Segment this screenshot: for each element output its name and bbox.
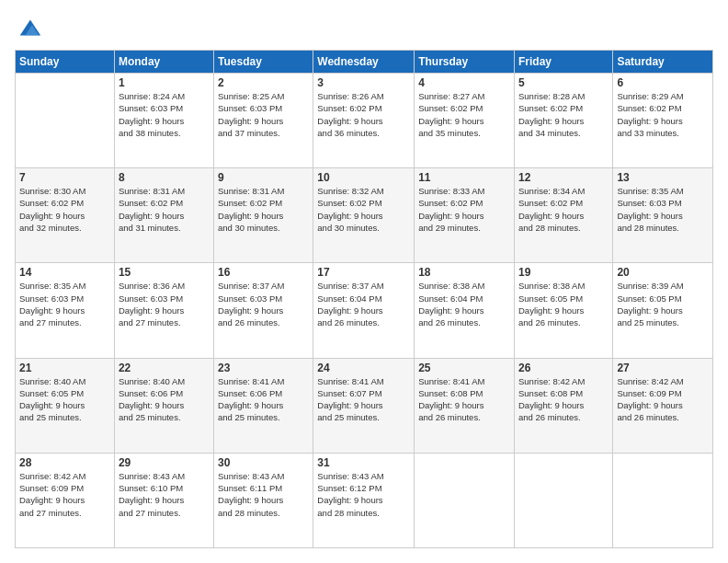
cell-info: Sunrise: 8:42 AM Sunset: 6:09 PM Dayligh… xyxy=(19,470,110,519)
calendar-cell: 15Sunrise: 8:36 AM Sunset: 6:03 PM Dayli… xyxy=(114,263,213,358)
day-number: 25 xyxy=(418,362,510,374)
calendar-cell: 23Sunrise: 8:41 AM Sunset: 6:06 PM Dayli… xyxy=(214,358,313,453)
cell-info: Sunrise: 8:31 AM Sunset: 6:02 PM Dayligh… xyxy=(119,185,210,234)
day-number: 28 xyxy=(19,456,110,469)
calendar-cell: 19Sunrise: 8:38 AM Sunset: 6:05 PM Dayli… xyxy=(514,263,612,358)
cell-info: Sunrise: 8:43 AM Sunset: 6:11 PM Dayligh… xyxy=(218,470,309,519)
cell-info: Sunrise: 8:26 AM Sunset: 6:02 PM Dayligh… xyxy=(317,90,410,139)
day-number: 30 xyxy=(218,456,309,469)
cell-info: Sunrise: 8:29 AM Sunset: 6:02 PM Dayligh… xyxy=(617,90,709,139)
weekday-header-thursday: Thursday xyxy=(415,51,515,74)
cell-info: Sunrise: 8:27 AM Sunset: 6:02 PM Dayligh… xyxy=(418,90,510,139)
day-number: 18 xyxy=(418,266,510,279)
calendar-cell: 25Sunrise: 8:41 AM Sunset: 6:08 PM Dayli… xyxy=(415,358,515,453)
calendar-cell: 7Sunrise: 8:30 AM Sunset: 6:02 PM Daylig… xyxy=(16,168,115,263)
day-number: 15 xyxy=(119,266,210,279)
calendar-cell: 22Sunrise: 8:40 AM Sunset: 6:06 PM Dayli… xyxy=(114,358,213,453)
calendar-cell xyxy=(613,453,713,547)
calendar-cell: 30Sunrise: 8:43 AM Sunset: 6:11 PM Dayli… xyxy=(214,453,313,547)
day-number: 8 xyxy=(119,171,210,184)
calendar-cell: 21Sunrise: 8:40 AM Sunset: 6:05 PM Dayli… xyxy=(16,358,115,453)
day-number: 3 xyxy=(317,76,410,89)
week-row-1: 7Sunrise: 8:30 AM Sunset: 6:02 PM Daylig… xyxy=(16,168,713,263)
cell-info: Sunrise: 8:38 AM Sunset: 6:04 PM Dayligh… xyxy=(418,280,510,328)
cell-info: Sunrise: 8:31 AM Sunset: 6:02 PM Dayligh… xyxy=(218,185,309,234)
weekday-header-wednesday: Wednesday xyxy=(313,51,415,74)
calendar-cell: 5Sunrise: 8:28 AM Sunset: 6:02 PM Daylig… xyxy=(514,74,612,168)
logo-icon xyxy=(17,15,42,40)
day-number: 21 xyxy=(19,362,110,374)
day-number: 5 xyxy=(518,76,609,89)
day-number: 1 xyxy=(119,76,210,89)
cell-info: Sunrise: 8:37 AM Sunset: 6:03 PM Dayligh… xyxy=(218,280,309,328)
weekday-header-row: SundayMondayTuesdayWednesdayThursdayFrid… xyxy=(16,51,713,74)
day-number: 29 xyxy=(119,456,210,469)
cell-info: Sunrise: 8:25 AM Sunset: 6:03 PM Dayligh… xyxy=(218,90,309,139)
day-number: 20 xyxy=(617,266,709,279)
calendar-cell: 29Sunrise: 8:43 AM Sunset: 6:10 PM Dayli… xyxy=(114,453,213,547)
day-number: 26 xyxy=(518,362,609,374)
cell-info: Sunrise: 8:34 AM Sunset: 6:02 PM Dayligh… xyxy=(518,185,609,234)
calendar-cell: 4Sunrise: 8:27 AM Sunset: 6:02 PM Daylig… xyxy=(415,74,515,168)
cell-info: Sunrise: 8:35 AM Sunset: 6:03 PM Dayligh… xyxy=(19,280,110,328)
weekday-header-monday: Monday xyxy=(114,51,213,74)
calendar-cell: 18Sunrise: 8:38 AM Sunset: 6:04 PM Dayli… xyxy=(415,263,515,358)
calendar-cell: 31Sunrise: 8:43 AM Sunset: 6:12 PM Dayli… xyxy=(313,453,415,547)
cell-info: Sunrise: 8:41 AM Sunset: 6:08 PM Dayligh… xyxy=(418,375,510,424)
weekday-header-friday: Friday xyxy=(514,51,612,74)
cell-info: Sunrise: 8:37 AM Sunset: 6:04 PM Dayligh… xyxy=(317,280,410,328)
day-number: 4 xyxy=(418,76,510,89)
page: SundayMondayTuesdayWednesdayThursdayFrid… xyxy=(0,0,728,563)
day-number: 19 xyxy=(518,266,609,279)
calendar-cell: 28Sunrise: 8:42 AM Sunset: 6:09 PM Dayli… xyxy=(16,453,115,547)
day-number: 7 xyxy=(19,171,110,184)
day-number: 9 xyxy=(218,171,309,184)
day-number: 2 xyxy=(218,76,309,89)
calendar-cell: 8Sunrise: 8:31 AM Sunset: 6:02 PM Daylig… xyxy=(114,168,213,263)
day-number: 27 xyxy=(617,362,709,374)
weekday-header-saturday: Saturday xyxy=(613,51,713,74)
day-number: 10 xyxy=(317,171,410,184)
cell-info: Sunrise: 8:36 AM Sunset: 6:03 PM Dayligh… xyxy=(119,280,210,328)
cell-info: Sunrise: 8:30 AM Sunset: 6:02 PM Dayligh… xyxy=(19,185,110,234)
cell-info: Sunrise: 8:32 AM Sunset: 6:02 PM Dayligh… xyxy=(317,185,410,234)
weekday-header-sunday: Sunday xyxy=(16,51,115,74)
calendar-cell: 11Sunrise: 8:33 AM Sunset: 6:02 PM Dayli… xyxy=(415,168,515,263)
day-number: 13 xyxy=(617,171,709,184)
calendar-cell xyxy=(415,453,515,547)
calendar-cell: 2Sunrise: 8:25 AM Sunset: 6:03 PM Daylig… xyxy=(214,74,313,168)
cell-info: Sunrise: 8:40 AM Sunset: 6:05 PM Dayligh… xyxy=(19,375,110,424)
calendar-cell xyxy=(514,453,612,547)
calendar-cell: 16Sunrise: 8:37 AM Sunset: 6:03 PM Dayli… xyxy=(214,263,313,358)
calendar-cell: 9Sunrise: 8:31 AM Sunset: 6:02 PM Daylig… xyxy=(214,168,313,263)
cell-info: Sunrise: 8:42 AM Sunset: 6:08 PM Dayligh… xyxy=(518,375,609,424)
cell-info: Sunrise: 8:40 AM Sunset: 6:06 PM Dayligh… xyxy=(119,375,210,424)
day-number: 14 xyxy=(19,266,110,279)
day-number: 12 xyxy=(518,171,609,184)
calendar-cell: 12Sunrise: 8:34 AM Sunset: 6:02 PM Dayli… xyxy=(514,168,612,263)
cell-info: Sunrise: 8:41 AM Sunset: 6:07 PM Dayligh… xyxy=(317,375,410,424)
week-row-3: 21Sunrise: 8:40 AM Sunset: 6:05 PM Dayli… xyxy=(16,358,713,453)
calendar-cell: 13Sunrise: 8:35 AM Sunset: 6:03 PM Dayli… xyxy=(613,168,713,263)
cell-info: Sunrise: 8:38 AM Sunset: 6:05 PM Dayligh… xyxy=(518,280,609,328)
calendar-cell: 20Sunrise: 8:39 AM Sunset: 6:05 PM Dayli… xyxy=(613,263,713,358)
day-number: 6 xyxy=(617,76,709,89)
cell-info: Sunrise: 8:28 AM Sunset: 6:02 PM Dayligh… xyxy=(518,90,609,139)
calendar-table: SundayMondayTuesdayWednesdayThursdayFrid… xyxy=(15,50,713,548)
cell-info: Sunrise: 8:35 AM Sunset: 6:03 PM Dayligh… xyxy=(617,185,709,234)
calendar-cell: 17Sunrise: 8:37 AM Sunset: 6:04 PM Dayli… xyxy=(313,263,415,358)
calendar-cell xyxy=(16,74,115,168)
calendar-cell: 1Sunrise: 8:24 AM Sunset: 6:03 PM Daylig… xyxy=(114,74,213,168)
cell-info: Sunrise: 8:43 AM Sunset: 6:12 PM Dayligh… xyxy=(317,470,410,519)
day-number: 23 xyxy=(218,362,309,374)
day-number: 31 xyxy=(317,456,410,469)
calendar-cell: 10Sunrise: 8:32 AM Sunset: 6:02 PM Dayli… xyxy=(313,168,415,263)
cell-info: Sunrise: 8:41 AM Sunset: 6:06 PM Dayligh… xyxy=(218,375,309,424)
week-row-2: 14Sunrise: 8:35 AM Sunset: 6:03 PM Dayli… xyxy=(16,263,713,358)
week-row-0: 1Sunrise: 8:24 AM Sunset: 6:03 PM Daylig… xyxy=(16,74,713,168)
weekday-header-tuesday: Tuesday xyxy=(214,51,313,74)
cell-info: Sunrise: 8:24 AM Sunset: 6:03 PM Dayligh… xyxy=(119,90,210,139)
calendar-cell: 6Sunrise: 8:29 AM Sunset: 6:02 PM Daylig… xyxy=(613,74,713,168)
cell-info: Sunrise: 8:43 AM Sunset: 6:10 PM Dayligh… xyxy=(119,470,210,519)
calendar-cell: 14Sunrise: 8:35 AM Sunset: 6:03 PM Dayli… xyxy=(16,263,115,358)
